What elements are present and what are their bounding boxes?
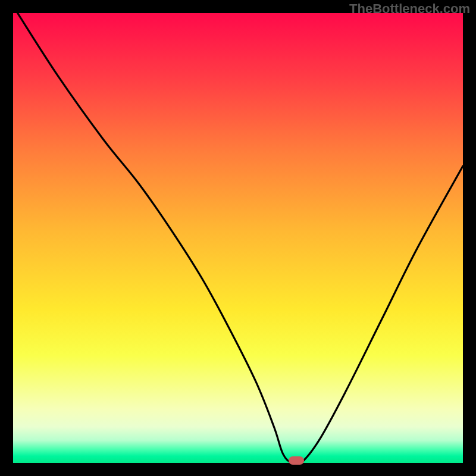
chart-frame: TheBottleneck.com xyxy=(0,0,476,476)
plot-area xyxy=(13,13,463,463)
optimal-point-marker xyxy=(289,456,304,465)
watermark-text: TheBottleneck.com xyxy=(349,1,470,17)
curve-path xyxy=(18,13,463,463)
bottleneck-curve xyxy=(13,13,463,463)
